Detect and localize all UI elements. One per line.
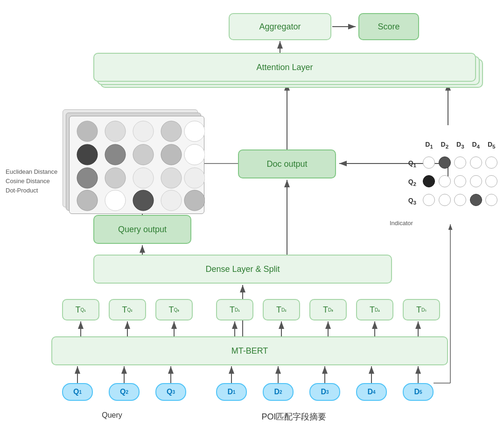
td3-box: TD₃ [309,299,347,320]
svg-point-33 [161,121,182,142]
svg-point-34 [184,121,205,142]
svg-point-42 [133,168,154,188]
td1-box: TD₁ [216,299,253,320]
mt-bert-box: MT-BERT [51,336,448,365]
td4-box: TD₄ [356,299,393,320]
poi-label: POI匹配字段摘要 [229,411,359,422]
score-box: Score [358,13,419,40]
q1-input: Q1 [62,383,93,401]
indicator-grid: D1 D2 D3 D4 D5 Q1 Q2 [387,126,499,224]
svg-point-38 [161,144,182,165]
svg-point-46 [105,190,126,211]
svg-point-35 [77,144,98,165]
d3-input: D3 [309,383,340,401]
svg-point-32 [133,121,154,142]
dot-product-label: Dot-Product [6,187,38,194]
query-label: Query [89,411,135,420]
td5-box: TD₅ [403,299,440,320]
d1-input: D1 [216,383,247,401]
query-output-box: Query output [93,215,191,244]
q2-input: Q2 [109,383,140,401]
tq2-box: TQ₂ [109,299,146,320]
svg-point-37 [133,144,154,165]
svg-point-39 [184,144,205,165]
svg-point-40 [77,168,98,188]
attention-layer-front: Attention Layer [93,53,476,82]
svg-point-43 [161,168,182,188]
svg-point-41 [105,168,126,188]
svg-point-49 [184,190,205,211]
tq3-box: TQ₃ [155,299,193,320]
aggregator-box: Aggregator [229,13,331,40]
svg-point-31 [105,121,126,142]
svg-point-47 [133,190,154,211]
svg-point-30 [77,121,98,142]
d5-input: D5 [403,383,434,401]
doc-output-box: Doc output [238,149,336,178]
q3-input: Q3 [155,383,186,401]
dense-layer-box: Dense Layer & Split [93,255,392,284]
svg-point-48 [161,190,182,211]
td2-box: TD₂ [263,299,300,320]
cosine-label: Cosine Distance [6,178,50,185]
diagram-container: Aggregator Score Attention Layer [0,0,504,441]
svg-point-36 [105,144,126,165]
euclidean-label: Euclidean Distance [6,168,57,175]
d4-input: D4 [356,383,387,401]
svg-point-44 [184,168,205,188]
d2-input: D2 [263,383,294,401]
tq1-box: TQ₁ [62,299,99,320]
svg-point-45 [77,190,98,211]
